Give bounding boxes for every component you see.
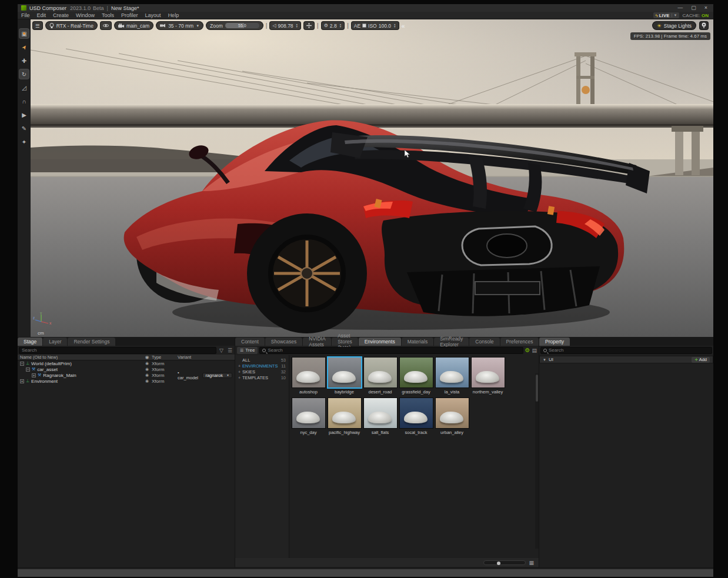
visibility-eye-icon[interactable]: ◉ bbox=[142, 373, 152, 377]
menu-layout[interactable]: Layout bbox=[142, 12, 165, 19]
tab-simready-explorer[interactable]: SimReady Explorer bbox=[434, 338, 469, 346]
category-environments[interactable]: + ENVIRONMENTS 11 bbox=[235, 363, 289, 369]
env-thumbnail-northern-valley[interactable]: northern_valley bbox=[470, 357, 506, 395]
tab-preferences[interactable]: Preferences bbox=[500, 338, 539, 346]
menu-file[interactable]: File bbox=[18, 12, 34, 19]
filter-icon[interactable]: ▽ bbox=[218, 348, 225, 353]
column-variant[interactable]: Variant bbox=[178, 355, 235, 360]
cursor-tool-button[interactable]: ➤ bbox=[18, 41, 31, 54]
tab-content[interactable]: Content bbox=[235, 338, 265, 346]
tree-view-toggle[interactable]: ☰ Tree bbox=[237, 347, 258, 354]
car-preview bbox=[296, 412, 320, 423]
menu-window[interactable]: Window bbox=[72, 12, 98, 19]
property-search-input[interactable]: Search bbox=[540, 347, 712, 354]
iso-value[interactable]: 100.0 bbox=[379, 23, 391, 29]
env-thumbnail-salt-flats[interactable]: salt_flats bbox=[362, 397, 398, 435]
rotate-tool-button[interactable]: ↻ bbox=[19, 69, 29, 79]
gear-icon[interactable]: ⚙ bbox=[525, 347, 530, 353]
scale-tool-button[interactable]: ◿ bbox=[19, 83, 29, 92]
focal-distance-field[interactable]: ◁ 908.78 ▲▼ bbox=[269, 21, 301, 30]
maximize-button[interactable]: ▢ bbox=[691, 4, 696, 12]
menu-create[interactable]: Create bbox=[49, 12, 72, 19]
tab-stage[interactable]: Stage bbox=[18, 338, 42, 346]
viewport-options-button[interactable]: ☰ bbox=[32, 21, 43, 30]
content-search-input[interactable]: Search bbox=[259, 347, 523, 354]
env-thumbnail-pacific-highway[interactable]: pacific_highway bbox=[326, 397, 362, 435]
tab-nvidia-assets[interactable]: NVIDIA Assets bbox=[303, 338, 331, 346]
column-name[interactable]: Name (Old to New) bbox=[18, 355, 142, 360]
expander-icon[interactable]: + bbox=[32, 373, 36, 377]
zoom-control[interactable]: Zoom 55.0 bbox=[206, 21, 263, 30]
zoom-slider[interactable]: 55.0 bbox=[225, 23, 259, 28]
menu-profiler[interactable]: Profiler bbox=[118, 12, 142, 19]
tab-showcases[interactable]: Showcases bbox=[265, 338, 302, 346]
visibility-eye-icon[interactable]: ◉ bbox=[142, 379, 152, 383]
expander-icon[interactable]: + bbox=[20, 379, 24, 383]
stepper-icon[interactable]: ▲▼ bbox=[339, 24, 342, 28]
variant-dropdown[interactable]: ragnarok ▼ bbox=[202, 373, 232, 378]
column-type[interactable]: Type bbox=[152, 355, 178, 360]
tab-materials[interactable]: Materials bbox=[402, 338, 433, 346]
snap-tool-button[interactable]: ∩ bbox=[19, 96, 29, 106]
menu-edit[interactable]: Edit bbox=[34, 12, 50, 19]
menu-help[interactable]: Help bbox=[165, 12, 183, 19]
options-icon[interactable]: ☰ bbox=[226, 348, 233, 353]
tree-row-ragnarok-main[interactable]: + ⚒ Ragnarok_Main ◉ Xform • car_model ra… bbox=[18, 372, 235, 378]
expander-icon[interactable]: − bbox=[20, 362, 24, 366]
stepper-icon[interactable]: ▲▼ bbox=[296, 24, 298, 28]
category-all[interactable]: ALL 53 bbox=[235, 357, 289, 363]
tab-render-settings[interactable]: Render Settings bbox=[68, 338, 115, 346]
light-tool-button[interactable]: ✦ bbox=[19, 137, 29, 146]
light-rig-button[interactable] bbox=[699, 21, 709, 30]
menu-tools[interactable]: Tools bbox=[98, 12, 118, 19]
minimize-button[interactable]: — bbox=[677, 4, 683, 12]
car-preview bbox=[476, 371, 499, 382]
visibility-eye-icon[interactable]: ◉ bbox=[142, 367, 152, 372]
paint-tool-button[interactable]: ✎ bbox=[19, 123, 29, 133]
renderer-selector[interactable]: RTX - Real-Time bbox=[45, 21, 98, 30]
select-tool-button[interactable]: ▣ bbox=[19, 29, 29, 38]
close-button[interactable]: × bbox=[704, 4, 707, 12]
env-thumbnail-nyc-day[interactable]: nyc_day bbox=[290, 397, 326, 435]
env-thumbnail-socal-track[interactable]: socal_track bbox=[398, 397, 434, 435]
thumbnail-size-slider[interactable] bbox=[483, 560, 526, 565]
move-tool-button[interactable]: ✚ bbox=[19, 56, 29, 65]
env-thumbnail-desert-road[interactable]: desert_road bbox=[362, 357, 398, 395]
category-templates[interactable]: + TEMPLATES 10 bbox=[235, 375, 289, 380]
add-property-button[interactable]: + Add bbox=[692, 357, 710, 363]
toolbar-collapse-button[interactable]: « bbox=[402, 22, 405, 29]
tab-environments[interactable]: Environments bbox=[359, 338, 401, 346]
tree-row-world[interactable]: − ⊥ World (defaultPrim) ◉ Xform bbox=[18, 360, 235, 366]
viewport[interactable]: ☰ RTX - Real-Time main_cam 35 - 70 mm ▼ bbox=[31, 19, 713, 337]
env-thumbnail-la-vista[interactable]: la_vista bbox=[434, 357, 470, 395]
env-thumbnail-baybridge[interactable]: baybridge bbox=[326, 357, 362, 395]
env-thumbnail-autoshop[interactable]: autoshop bbox=[290, 357, 326, 395]
lightbulb-icon bbox=[49, 23, 54, 29]
tab-asset-stores[interactable]: Asset Stores (beta) bbox=[332, 338, 358, 346]
aperture-field[interactable]: ⚙ 2.8 ▲▼ bbox=[321, 21, 345, 30]
live-sync-button[interactable]: ϟ LIVE ▼ bbox=[653, 12, 679, 18]
view-visibility-button[interactable] bbox=[100, 21, 112, 30]
view-mode-icon[interactable]: ▤ bbox=[532, 348, 537, 353]
env-thumbnail-urban-alley[interactable]: urban_alley bbox=[434, 397, 470, 435]
tab-layer[interactable]: Layer bbox=[43, 338, 67, 346]
thumbnail-label: nyc_day bbox=[300, 430, 317, 435]
play-button[interactable]: ▶ bbox=[19, 110, 29, 119]
stage-lights-button[interactable]: ☀ Stage Lights bbox=[652, 21, 696, 30]
property-section-ui[interactable]: ▼ UI + Add bbox=[539, 356, 713, 363]
env-thumbnail-grassfield-day[interactable]: grassfield_day bbox=[398, 357, 434, 395]
lens-selector[interactable]: 35 - 70 mm ▼ bbox=[156, 21, 203, 30]
ae-checkbox[interactable] bbox=[362, 24, 366, 28]
tab-property[interactable]: Property bbox=[539, 338, 570, 346]
category-skies[interactable]: + SKIES 32 bbox=[235, 369, 289, 375]
expander-icon[interactable]: − bbox=[26, 367, 30, 372]
visibility-eye-icon[interactable]: ◉ bbox=[142, 361, 152, 366]
tab-console[interactable]: Console bbox=[469, 338, 499, 346]
stage-search-input[interactable]: Search bbox=[19, 347, 216, 354]
grid-view-icon[interactable]: ▦ bbox=[529, 560, 534, 566]
car-preview bbox=[332, 412, 356, 423]
focus-picker-button[interactable] bbox=[303, 21, 315, 30]
camera-selector[interactable]: main_cam bbox=[114, 21, 153, 30]
stepper-icon[interactable]: ▲▼ bbox=[393, 24, 396, 28]
content-scrollbar[interactable] bbox=[535, 373, 539, 549]
